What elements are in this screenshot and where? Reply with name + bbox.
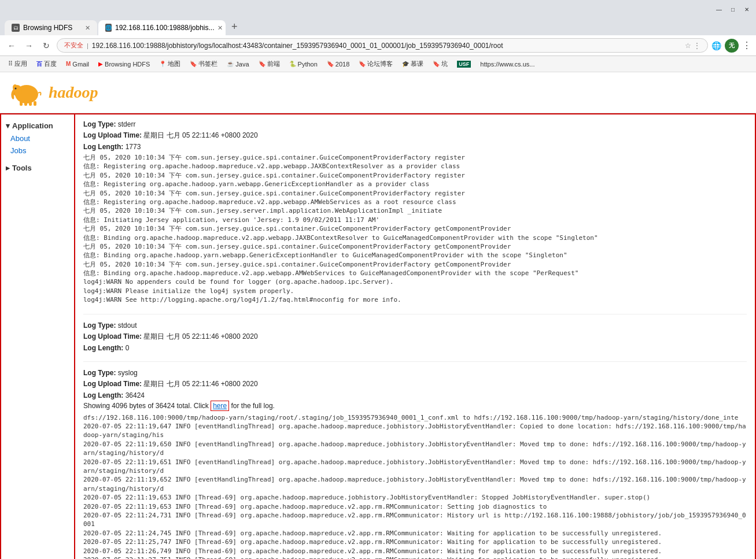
tab-bar: 🗂 Browsing HDFS ✕ 🌐 192.168.116.100:1988… bbox=[0, 18, 756, 35]
maximize-button[interactable]: □ bbox=[728, 5, 737, 14]
bookmark-baidu-label: 百度 bbox=[44, 60, 57, 68]
bookmark-gmail[interactable]: M Gmail bbox=[62, 60, 93, 69]
content-area: ▾ Application About Jobs ▸ Tools Log Typ… bbox=[0, 113, 756, 559]
more-options-icon[interactable]: ⋮ bbox=[694, 42, 700, 50]
minimize-button[interactable]: — bbox=[714, 5, 724, 14]
sidebar-application-section: ▾ Application About Jobs bbox=[1, 117, 74, 159]
bookmark-mooc-label: 慕课 bbox=[411, 60, 423, 68]
address-text: 192.168.116.100:19888/jobhistory/logs/lo… bbox=[92, 42, 503, 50]
hadoop-logo: hadoop bbox=[9, 78, 747, 107]
bookmarks-bar: ⠿ 应用 百 百度 M Gmail ▶ Browsing HDFS 📍 地图 🔖… bbox=[0, 56, 756, 72]
bookmark-cs[interactable]: https://www.cs.us... bbox=[477, 60, 538, 69]
bookmark-bookmarks-label: 书签栏 bbox=[198, 60, 217, 68]
sidebar-tools-section: ▸ Tools bbox=[1, 159, 74, 177]
hadoop-header: hadoop bbox=[0, 72, 756, 113]
tab-close-2[interactable]: ✕ bbox=[217, 24, 223, 32]
log-upload-time-stdout: Log Upload Time: 星期日 七月 05 22:11:46 +080… bbox=[83, 332, 747, 342]
bookmark-usf[interactable]: USF bbox=[453, 60, 474, 69]
log-type-stderr: Log Type: stderr bbox=[83, 120, 747, 128]
hadoop-logo-text: hadoop bbox=[49, 83, 98, 102]
tab-favicon-2: 🌐 bbox=[105, 24, 112, 32]
sidebar-jobs-link[interactable]: Jobs bbox=[1, 145, 74, 157]
bookmark-gmail-label: Gmail bbox=[72, 61, 89, 68]
bookmark-pit-label: 坑 bbox=[441, 60, 448, 68]
tab-close-1[interactable]: ✕ bbox=[85, 24, 90, 32]
bookmark-maps-label: 地图 bbox=[168, 60, 180, 68]
log-length-stderr: Log Length: 1773 bbox=[83, 143, 747, 151]
log-type-syslog: Log Type: syslog bbox=[83, 369, 747, 377]
svg-rect-6 bbox=[29, 101, 32, 106]
user-avatar[interactable]: 无 bbox=[725, 39, 739, 53]
log-divider-1 bbox=[83, 314, 747, 314]
back-button[interactable]: ← bbox=[5, 39, 19, 53]
bookmark-frontend[interactable]: 🔖 前端 bbox=[255, 58, 283, 69]
bookmark-star-icon[interactable]: ☆ bbox=[685, 42, 691, 50]
close-button[interactable]: ✕ bbox=[742, 5, 751, 14]
main-wrapper: hadoop ▾ Application About Jobs ▸ Tools bbox=[0, 72, 756, 559]
security-warning: 不安全 bbox=[64, 41, 83, 50]
bookmark-java[interactable]: ☕ Java bbox=[223, 60, 252, 69]
bookmark-apps-label: 应用 bbox=[14, 60, 27, 68]
address-bar-row: ← → ↻ 不安全 | 192.168.116.100:19888/jobhis… bbox=[0, 35, 756, 56]
log-length-stdout: Log Length: 0 bbox=[83, 344, 747, 352]
log-section-syslog: Log Type: syslog Log Upload Time: 星期日 七月… bbox=[83, 369, 747, 559]
forward-button[interactable]: → bbox=[22, 39, 36, 53]
sidebar-about-link[interactable]: About bbox=[1, 132, 74, 145]
reload-button[interactable]: ↻ bbox=[39, 39, 53, 53]
log-length-syslog: Log Length: 36424 bbox=[83, 391, 747, 399]
full-log-link[interactable]: here bbox=[211, 401, 229, 411]
tab-jobhistory[interactable]: 🌐 192.168.116.100:19888/jobhis... ✕ bbox=[98, 20, 226, 35]
tab-label-2: 192.168.116.100:19888/jobhis... bbox=[115, 24, 214, 32]
bookmark-mooc[interactable]: 🎓 慕课 bbox=[399, 58, 427, 69]
bookmark-2018-label: 2018 bbox=[335, 61, 349, 68]
log-divider-2 bbox=[83, 361, 747, 362]
bookmark-youtube[interactable]: ▶ Browsing HDFS bbox=[95, 60, 153, 69]
tab-favicon-1: 🗂 bbox=[12, 24, 20, 32]
browser-titlebar: — □ ✕ bbox=[0, 0, 756, 18]
sidebar-tools-header[interactable]: ▸ Tools bbox=[1, 161, 74, 175]
svg-point-2 bbox=[13, 84, 17, 90]
bookmark-baidu[interactable]: 百 百度 bbox=[33, 58, 60, 69]
svg-point-3 bbox=[15, 88, 17, 90]
bookmark-apps[interactable]: ⠿ 应用 bbox=[5, 58, 31, 69]
log-content: Log Type: stderr Log Upload Time: 星期日 七月… bbox=[75, 113, 756, 559]
new-tab-button[interactable]: + bbox=[227, 18, 242, 35]
application-arrow-icon: ▾ bbox=[6, 121, 10, 130]
address-bar[interactable]: 不安全 | 192.168.116.100:19888/jobhistory/l… bbox=[57, 38, 708, 53]
bookmark-youtube-label: Browsing HDFS bbox=[105, 61, 150, 68]
bookmark-frontend-label: 前端 bbox=[267, 60, 280, 68]
svg-rect-4 bbox=[20, 101, 23, 106]
bookmark-python-label: Python bbox=[298, 61, 318, 68]
svg-rect-5 bbox=[24, 101, 27, 106]
log-upload-time-stderr: Log Upload Time: 星期日 七月 05 22:11:46 +080… bbox=[83, 131, 747, 140]
log-section-stdout: Log Type: stdout Log Upload Time: 星期日 七月… bbox=[83, 321, 747, 352]
address-icons: ☆ ⋮ bbox=[685, 42, 700, 50]
bookmark-pit[interactable]: 🔖 坑 bbox=[429, 58, 451, 69]
svg-rect-7 bbox=[34, 101, 36, 106]
showing-note: Showing 4096 bytes of 36424 total. Click… bbox=[83, 402, 747, 410]
log-type-stdout: Log Type: stdout bbox=[83, 321, 747, 330]
tab-browsing-hdfs[interactable]: 🗂 Browsing HDFS ✕ bbox=[5, 20, 97, 35]
bookmark-java-label: Java bbox=[235, 61, 249, 68]
bookmark-2018[interactable]: 🔖 2018 bbox=[323, 60, 353, 69]
sidebar-tools-label: Tools bbox=[12, 164, 32, 172]
chrome-menu-icon[interactable]: ⋮ bbox=[742, 40, 751, 51]
bookmark-python[interactable]: 🐍 Python bbox=[286, 60, 321, 69]
sidebar: ▾ Application About Jobs ▸ Tools bbox=[0, 113, 75, 559]
bookmark-cs-label: https://www.cs.us... bbox=[480, 61, 534, 68]
bookmark-forum-label: 论坛博客 bbox=[367, 60, 393, 68]
hadoop-elephant-icon bbox=[9, 78, 44, 107]
sidebar-application-label: Application bbox=[12, 121, 53, 130]
tools-arrow-icon: ▸ bbox=[6, 164, 10, 172]
bookmark-maps[interactable]: 📍 地图 bbox=[156, 58, 184, 69]
log-upload-time-syslog: Log Upload Time: 星期日 七月 05 22:11:46 +080… bbox=[83, 379, 747, 389]
tab-label-1: Browsing HDFS bbox=[23, 24, 72, 32]
sidebar-application-header[interactable]: ▾ Application bbox=[1, 119, 74, 132]
log-body-syslog: dfs://192.168.116.100:9000/tmp/hadoop-ya… bbox=[83, 413, 747, 559]
bookmark-bookmarks-bar[interactable]: 🔖 书签栏 bbox=[186, 58, 221, 69]
bookmark-forum[interactable]: 🔖 论坛博客 bbox=[355, 58, 396, 69]
translate-icon[interactable]: 🌐 bbox=[711, 41, 721, 50]
log-body-stderr: 七月 05, 2020 10:10:34 下午 com.sun.jersey.g… bbox=[83, 153, 747, 305]
log-section-stderr: Log Type: stderr Log Upload Time: 星期日 七月… bbox=[83, 120, 747, 305]
separator: | bbox=[87, 42, 88, 49]
